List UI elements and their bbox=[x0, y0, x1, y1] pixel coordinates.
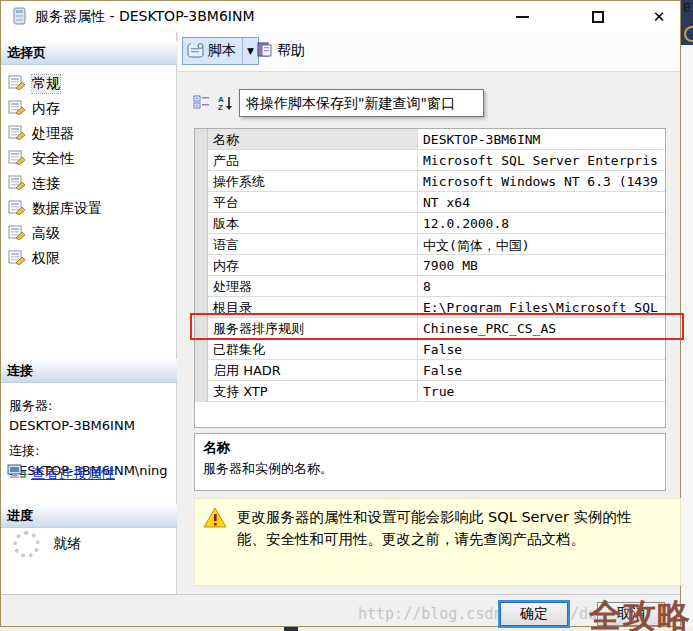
page-icon bbox=[8, 150, 26, 168]
sidebar-page-label: 高级 bbox=[32, 225, 60, 243]
property-value: False bbox=[418, 360, 665, 381]
content-panel: A Z 将操作脚本保存到"新建查询"窗口 名称 DESKTOP-3BM6INM bbox=[178, 72, 680, 594]
connection-monitor-icon bbox=[7, 464, 26, 483]
server-label: 服务器: bbox=[9, 397, 177, 415]
row-indent-cell bbox=[195, 276, 208, 297]
connection-label: 连接: bbox=[9, 442, 177, 460]
property-row[interactable]: 启用 HADR False bbox=[195, 360, 665, 381]
ok-button[interactable]: 确定 bbox=[500, 602, 568, 626]
minimize-button[interactable] bbox=[507, 6, 537, 28]
property-row[interactable]: 处理器 8 bbox=[195, 276, 665, 297]
property-row[interactable]: 支持 XTP True bbox=[195, 381, 665, 402]
property-value: False bbox=[418, 339, 665, 360]
background-text-fragment: F bbox=[683, 0, 691, 15]
view-connection-properties-link[interactable]: 查看连接属性 bbox=[7, 464, 115, 483]
page-icon bbox=[8, 125, 26, 143]
watermark-url-left: http://blog.csdn bbox=[358, 605, 503, 623]
background-bottom-fragment bbox=[284, 627, 298, 631]
script-scroll-icon bbox=[187, 42, 204, 61]
script-tooltip: 将操作脚本保存到"新建查询"窗口 bbox=[239, 89, 484, 117]
pages-list: 常规 内存 bbox=[1, 71, 177, 271]
property-row[interactable]: 已群集化 False bbox=[195, 339, 665, 360]
background-logo-arc-icon bbox=[684, 26, 693, 42]
sidebar-page-label: 处理器 bbox=[32, 125, 74, 143]
alphabetical-sort-button[interactable]: A Z bbox=[215, 92, 235, 112]
property-grid: 名称 DESKTOP-3BM6INM 产品 Microsoft SQL Serv… bbox=[194, 128, 666, 428]
property-label: 启用 HADR bbox=[208, 360, 418, 381]
description-panel: 名称 服务器和实例的名称。 bbox=[194, 433, 666, 491]
property-value: True bbox=[418, 381, 665, 402]
sidebar-page-label: 内存 bbox=[32, 100, 60, 118]
sidebar-page-item[interactable]: 连接 bbox=[1, 171, 177, 196]
title-bar: 服务器属性 - DESKTOP-3BM6INM ✕ bbox=[1, 1, 680, 32]
help-button-label: 帮助 bbox=[277, 42, 305, 60]
property-value: Microsoft SQL Server Enterpris bbox=[418, 150, 665, 171]
warning-text: 更改服务器的属性和设置可能会影响此 SQL Server 实例的性能、安全性和可… bbox=[237, 507, 654, 577]
sidebar: 选择页 常规 bbox=[1, 32, 177, 594]
property-label: 处理器 bbox=[208, 276, 418, 297]
property-value: Microsoft Windows NT 6.3 (1439 bbox=[418, 171, 665, 192]
property-row[interactable]: 产品 Microsoft SQL Server Enterpris bbox=[195, 150, 665, 171]
sidebar-page-item[interactable]: 数据库设置 bbox=[1, 196, 177, 221]
close-button[interactable]: ✕ bbox=[644, 6, 674, 28]
property-value: 12.0.2000.8 bbox=[418, 213, 665, 234]
row-indent-cell bbox=[195, 339, 208, 360]
pages-section-header: 选择页 bbox=[1, 41, 177, 65]
property-label: 语言 bbox=[208, 234, 418, 255]
warning-icon bbox=[203, 507, 227, 577]
maximize-button[interactable] bbox=[583, 6, 613, 28]
page-icon bbox=[8, 100, 26, 118]
row-indent-cell bbox=[195, 171, 208, 192]
help-book-icon bbox=[256, 41, 273, 61]
property-row[interactable]: 版本 12.0.2000.8 bbox=[195, 213, 665, 234]
sidebar-page-item[interactable]: 权限 bbox=[1, 246, 177, 271]
sidebar-page-label: 数据库设置 bbox=[32, 200, 102, 218]
window-title: 服务器属性 - DESKTOP-3BM6INM bbox=[35, 8, 255, 26]
categorized-view-button[interactable] bbox=[191, 92, 211, 112]
sidebar-page-item[interactable]: 处理器 bbox=[1, 121, 177, 146]
script-button-label: 脚本 bbox=[208, 42, 236, 60]
row-indent-cell bbox=[195, 381, 208, 402]
property-label: 产品 bbox=[208, 150, 418, 171]
property-value: 7900 MB bbox=[418, 255, 665, 276]
server-properties-dialog: 服务器属性 - DESKTOP-3BM6INM ✕ 选择页 bbox=[0, 0, 681, 627]
property-value: DESKTOP-3BM6INM bbox=[418, 129, 665, 150]
sidebar-page-item[interactable]: 常规 bbox=[1, 71, 177, 96]
help-button[interactable]: 帮助 bbox=[248, 37, 313, 65]
row-indent-cell bbox=[195, 360, 208, 381]
warning-panel: 更改服务器的属性和设置可能会影响此 SQL Server 实例的性能、安全性和可… bbox=[194, 498, 681, 586]
row-indent-cell bbox=[195, 192, 208, 213]
property-label: 已群集化 bbox=[208, 339, 418, 360]
page-icon bbox=[8, 200, 26, 218]
property-row[interactable]: 平台 NT x64 bbox=[195, 192, 665, 213]
view-connection-properties-label: 查看连接属性 bbox=[31, 465, 115, 483]
server-value: DESKTOP-3BM6INM bbox=[9, 418, 177, 433]
row-indent-cell bbox=[195, 234, 208, 255]
sidebar-page-item[interactable]: 内存 bbox=[1, 96, 177, 121]
progress-status: 就绪 bbox=[53, 535, 81, 553]
property-value: 中文(简体，中国) bbox=[418, 234, 665, 255]
button-bar: http://blog.csdn /du512 确定 取消 bbox=[1, 594, 680, 626]
description-text: 服务器和实例的名称。 bbox=[203, 460, 657, 478]
property-row[interactable]: 内存 7900 MB bbox=[195, 255, 665, 276]
dialog-app-icon bbox=[11, 7, 28, 29]
property-row[interactable]: 语言 中文(简体，中国) bbox=[195, 234, 665, 255]
sidebar-page-item[interactable]: 高级 bbox=[1, 221, 177, 246]
property-label: 名称 bbox=[208, 129, 418, 150]
property-row[interactable]: 操作系统 Microsoft Windows NT 6.3 (1439 bbox=[195, 171, 665, 192]
property-value: 8 bbox=[418, 276, 665, 297]
script-button-main[interactable]: 脚本 bbox=[183, 38, 242, 64]
page-icon bbox=[8, 225, 26, 243]
row-indent-cell bbox=[195, 129, 208, 150]
property-row[interactable]: 名称 DESKTOP-3BM6INM bbox=[195, 129, 665, 150]
page-icon bbox=[8, 175, 26, 193]
property-label: 平台 bbox=[208, 192, 418, 213]
sidebar-page-item[interactable]: 安全性 bbox=[1, 146, 177, 171]
property-value: NT x64 bbox=[418, 192, 665, 213]
watermark-logo: 全攻略 bbox=[589, 594, 691, 631]
row-indent-cell bbox=[195, 255, 208, 276]
sidebar-page-label: 常规 bbox=[32, 75, 60, 93]
row-indent-cell bbox=[195, 150, 208, 171]
property-label: 操作系统 bbox=[208, 171, 418, 192]
progress-spinner-icon bbox=[13, 531, 40, 558]
